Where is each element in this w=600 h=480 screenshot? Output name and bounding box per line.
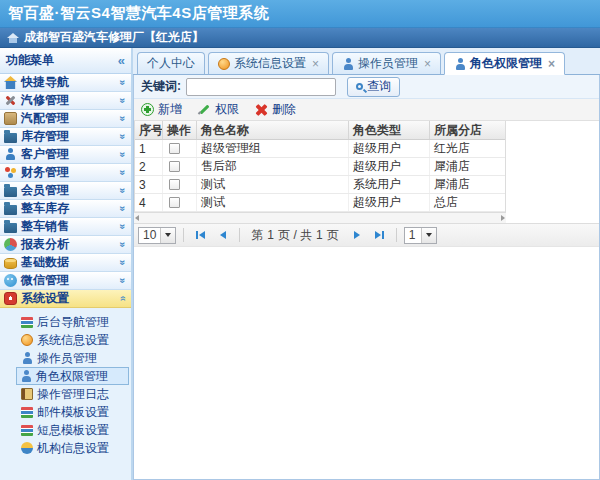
query-button[interactable]: 查询	[347, 77, 400, 97]
sidebar-item-inventory-management[interactable]: 库存管理»	[0, 128, 131, 146]
row-checkbox[interactable]	[169, 143, 180, 154]
grid-toolbar: 新增权限删除	[134, 99, 599, 121]
column-header[interactable]: 角色类型	[349, 121, 430, 139]
add-button[interactable]: 新增	[141, 101, 182, 118]
column-header[interactable]: 角色名称	[197, 121, 349, 139]
sidebar-item-label: 汽修管理	[21, 92, 69, 109]
prev-page-button[interactable]	[214, 226, 232, 244]
table-row[interactable]: 2售后部超级用户犀浦店	[135, 158, 505, 176]
folder-icon	[4, 187, 17, 197]
home-icon	[4, 76, 17, 89]
close-tab-icon[interactable]: ×	[548, 58, 555, 70]
chevron-down-icon: »	[118, 80, 129, 86]
sidebar-item-base-data[interactable]: 基础数据»	[0, 254, 131, 272]
goto-page-select[interactable]: 1	[404, 227, 437, 244]
column-header[interactable]: 所属分店	[430, 121, 505, 139]
sidebar-item-label: 报表分析	[21, 236, 69, 253]
template-icon	[21, 425, 33, 436]
next-page-button[interactable]	[348, 226, 366, 244]
sidebar-header[interactable]: 功能菜单 «	[0, 48, 131, 74]
table-row[interactable]: 1超级管理组超级用户红光店	[135, 140, 505, 158]
workshop-name: 成都智百盛汽车修理厂【红光店】	[24, 29, 204, 46]
sidebar-subitem-org-info-settings[interactable]: 机构信息设置	[0, 439, 131, 457]
row-checkbox[interactable]	[169, 161, 180, 172]
column-header[interactable]: 序号	[135, 121, 163, 139]
tab-label: 系统信息设置	[234, 55, 306, 72]
sidebar-subitem-email-template-settings[interactable]: 邮件模板设置	[0, 403, 131, 421]
horizontal-scrollbar[interactable]	[134, 213, 506, 223]
edit-icon	[198, 103, 211, 116]
chevron-down-icon: »	[118, 278, 129, 284]
sidebar-subitem-backend-nav-management[interactable]: 后台导航管理	[0, 313, 131, 331]
sidebar-subitem-operator-management[interactable]: 操作员管理	[0, 349, 131, 367]
table-row[interactable]: 3测试系统用户犀浦店	[135, 176, 505, 194]
row-checkbox[interactable]	[169, 179, 180, 190]
close-tab-icon[interactable]: ×	[424, 58, 431, 70]
scroll-left-icon[interactable]	[135, 215, 139, 221]
sidebar-item-label: 快捷导航	[21, 74, 69, 91]
chevron-down-icon: »	[118, 224, 129, 230]
person-icon	[20, 370, 32, 382]
keyword-input[interactable]	[186, 78, 336, 96]
tab-personal-center[interactable]: 个人中心	[137, 52, 205, 75]
tab-role-permission-management[interactable]: 角色权限管理×	[444, 52, 565, 75]
total-pages: 1	[316, 228, 323, 242]
folder-icon	[4, 205, 17, 215]
sidebar-item-report-analysis[interactable]: 报表分析»	[0, 236, 131, 254]
page-size-dropdown-icon[interactable]	[160, 228, 175, 243]
app-title: 智百盛·智云S4智慧汽车4S店管理系统	[8, 4, 269, 23]
sidebar-item-vehicle-sales[interactable]: 整车销售»	[0, 218, 131, 236]
chevron-down-icon: »	[118, 206, 129, 212]
delete-button[interactable]: 删除	[255, 101, 296, 118]
scroll-right-icon[interactable]	[501, 215, 505, 221]
main-area: 个人中心系统信息设置×操作员管理×角色权限管理× 关键词: 查询 新增权限删除 …	[133, 48, 600, 480]
sidebar-item-label: 微信管理	[21, 272, 69, 289]
cell-role-name: 测试	[197, 194, 349, 211]
info-icon	[218, 58, 230, 70]
page-size-select[interactable]: 10	[138, 227, 176, 244]
sidebar-item-label: 汽配管理	[21, 110, 69, 127]
app-titlebar: 智百盛·智云S4智慧汽车4S店管理系统	[0, 0, 600, 28]
sidebar-item-system-settings[interactable]: 系统设置»	[0, 290, 131, 308]
sidebar-subitem-role-permission-management[interactable]: 角色权限管理	[16, 367, 129, 385]
sidebar-subitem-operation-log[interactable]: 操作管理日志	[0, 385, 131, 403]
perm-button[interactable]: 权限	[198, 101, 239, 118]
info-icon	[21, 334, 33, 346]
sidebar-item-quick-nav[interactable]: 快捷导航»	[0, 74, 131, 92]
last-page-button[interactable]	[371, 226, 389, 244]
nav-icon	[21, 317, 33, 328]
sidebar-subitem-system-info-settings[interactable]: 系统信息设置	[0, 331, 131, 349]
sidebar-item-label: 整车销售	[21, 218, 69, 235]
folder-icon	[4, 223, 17, 233]
del-icon	[255, 103, 268, 116]
tab-bar: 个人中心系统信息设置×操作员管理×角色权限管理×	[133, 48, 600, 75]
database-icon	[4, 258, 17, 269]
goto-page-dropdown-icon[interactable]	[421, 228, 436, 243]
sidebar-item-member-management[interactable]: 会员管理»	[0, 182, 131, 200]
column-header[interactable]: 操作	[163, 121, 197, 139]
row-checkbox[interactable]	[169, 197, 180, 208]
cell-operation	[163, 194, 197, 211]
tab-operator-management[interactable]: 操作员管理×	[332, 52, 441, 75]
goto-page-value: 1	[405, 228, 421, 242]
collapse-sidebar-icon[interactable]: «	[118, 53, 125, 68]
cell-seq: 1	[135, 140, 163, 157]
table-body: 1超级管理组超级用户红光店2售后部超级用户犀浦店3测试系统用户犀浦店4测试超级用…	[135, 140, 505, 212]
sidebar-item-wechat-management[interactable]: 微信管理»	[0, 272, 131, 290]
query-button-label: 查询	[367, 78, 391, 95]
cell-role-name: 测试	[197, 176, 349, 193]
search-icon	[356, 83, 363, 90]
cell-branch: 红光店	[430, 140, 505, 157]
table-row[interactable]: 4测试超级用户总店	[135, 194, 505, 212]
sidebar-item-customer-management[interactable]: 客户管理»	[0, 146, 131, 164]
first-page-button[interactable]	[191, 226, 209, 244]
sidebar-item-vehicle-inventory[interactable]: 整车库存»	[0, 200, 131, 218]
sidebar-item-repair-management[interactable]: 汽修管理»	[0, 92, 131, 110]
sidebar-item-label: 会员管理	[21, 182, 69, 199]
tab-system-info-settings[interactable]: 系统信息设置×	[208, 52, 329, 75]
sidebar-menu: 快捷导航»汽修管理»汽配管理»库存管理»客户管理»财务管理»会员管理»整车库存»…	[0, 74, 131, 461]
sidebar-subitem-sms-template-settings[interactable]: 短息模板设置	[0, 421, 131, 439]
sidebar-item-finance-management[interactable]: 财务管理»	[0, 164, 131, 182]
sidebar-item-parts-management[interactable]: 汽配管理»	[0, 110, 131, 128]
close-tab-icon[interactable]: ×	[312, 58, 319, 70]
